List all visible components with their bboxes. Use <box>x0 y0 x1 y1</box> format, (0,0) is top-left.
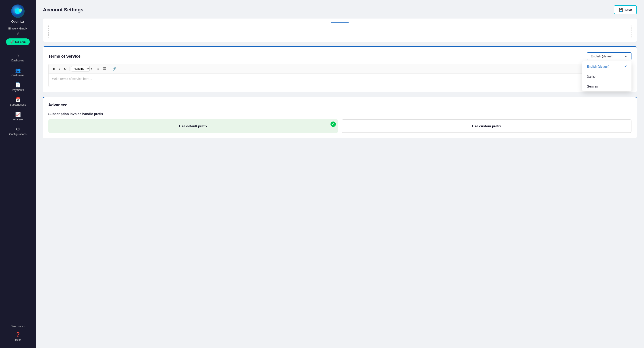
subscriptions-icon: 📅 <box>15 97 21 102</box>
language-dropdown-menu: English (default) ✓ Danish German <box>582 61 632 91</box>
chevron-down-icon: ▼ <box>624 54 628 58</box>
top-card-content <box>48 25 632 38</box>
ordered-list-button[interactable]: ☰ <box>101 66 108 71</box>
see-more-link[interactable]: See more › <box>9 323 27 330</box>
link-icon: 🔗 <box>112 67 116 71</box>
switch-icon[interactable]: ⇄ <box>16 31 20 35</box>
ordered-list-icon: ☰ <box>103 67 106 71</box>
chevron-down-icon-heading: ▼ <box>90 67 92 70</box>
save-icon: 💾 <box>619 7 623 12</box>
dropdown-item-german[interactable]: German <box>582 82 632 91</box>
terms-of-service-card: Terms of Service English (default) ▼ Eng… <box>43 46 637 92</box>
sidebar-item-configurations[interactable]: ⚙ Configurations <box>0 124 36 138</box>
go-live-button[interactable]: 🚀 Go Live <box>6 38 30 45</box>
save-button[interactable]: 💾 Save <box>614 5 637 14</box>
custom-prefix-option[interactable]: Use custom prefix <box>342 119 632 133</box>
unordered-list-button[interactable]: ≡ <box>96 66 101 71</box>
unordered-list-icon: ≡ <box>97 67 99 71</box>
advanced-card: Advanced Subscription invoice handle pre… <box>43 97 637 138</box>
check-icon: ✓ <box>624 64 627 69</box>
active-tab-indicator <box>331 22 349 22</box>
default-prefix-option[interactable]: Use default prefix ✓ <box>48 119 338 133</box>
sidebar-item-dashboard[interactable]: ⌂ Dashboard <box>0 51 36 64</box>
company-name: Billwerk GmbH <box>6 27 30 30</box>
sidebar-item-customers[interactable]: 👥 Customers <box>0 65 36 79</box>
sidebar-item-analyze[interactable]: 📈 Analyze <box>0 109 36 123</box>
app-name: Optimize <box>11 20 24 23</box>
language-dropdown-button[interactable]: English (default) ▼ <box>587 52 632 60</box>
rich-text-content[interactable]: Write terms of service here... <box>48 73 632 87</box>
app-logo <box>11 4 24 18</box>
main-content: Account Settings 💾 Save Terms of Service… <box>36 0 644 348</box>
payments-icon: 📄 <box>15 82 21 88</box>
toolbar-divider-3 <box>109 67 109 71</box>
home-icon: ⌂ <box>16 53 19 58</box>
italic-button[interactable]: I <box>58 66 62 71</box>
link-button[interactable]: 🔗 <box>111 66 118 71</box>
configurations-icon: ⚙ <box>16 126 20 132</box>
customers-icon: 👥 <box>15 67 21 73</box>
advanced-section-title: Advanced <box>48 103 632 107</box>
prefix-check-icon: ✓ <box>330 122 336 127</box>
rich-toolbar: B I U Heading ▼ ≡ ☰ 🔗 <box>48 64 632 73</box>
toolbar-divider-2 <box>94 67 94 71</box>
heading-select[interactable]: Heading <box>71 66 90 71</box>
terms-section-title: Terms of Service <box>48 54 80 59</box>
language-dropdown-wrapper: English (default) ▼ English (default) ✓ … <box>587 52 632 60</box>
sidebar-item-subscriptions[interactable]: 📅 Subscriptions <box>0 95 36 109</box>
help-icon: ❓ <box>15 332 21 337</box>
prefix-options: Use default prefix ✓ Use custom prefix <box>48 119 632 133</box>
dropdown-item-english[interactable]: English (default) ✓ <box>582 61 632 72</box>
prefix-subsection: Subscription invoice handle prefix Use d… <box>48 112 632 133</box>
rich-text-editor: B I U Heading ▼ ≡ ☰ 🔗 <box>48 64 632 87</box>
dropdown-item-danish[interactable]: Danish <box>582 72 632 82</box>
underline-button[interactable]: U <box>62 66 68 71</box>
sidebar: Optimize Billwerk GmbH ⇄ 🚀 Go Live ⌂ Das… <box>0 0 36 348</box>
sidebar-item-payments[interactable]: 📄 Payments <box>0 80 36 94</box>
toolbar-divider-1 <box>70 67 70 71</box>
top-card <box>43 18 637 42</box>
sidebar-nav: ⌂ Dashboard 👥 Customers 📄 Payments 📅 Sub… <box>0 51 36 321</box>
rocket-icon: 🚀 <box>10 40 14 43</box>
chevron-right-icon: › <box>24 325 25 328</box>
terms-section-header: Terms of Service English (default) ▼ Eng… <box>48 52 632 60</box>
page-title: Account Settings <box>43 7 84 13</box>
analyze-icon: 📈 <box>15 112 21 117</box>
prefix-subsection-title: Subscription invoice handle prefix <box>48 112 632 116</box>
sidebar-item-help[interactable]: ❓ Help <box>13 330 23 344</box>
bold-button[interactable]: B <box>51 66 57 71</box>
page-header: Account Settings 💾 Save <box>43 5 637 14</box>
